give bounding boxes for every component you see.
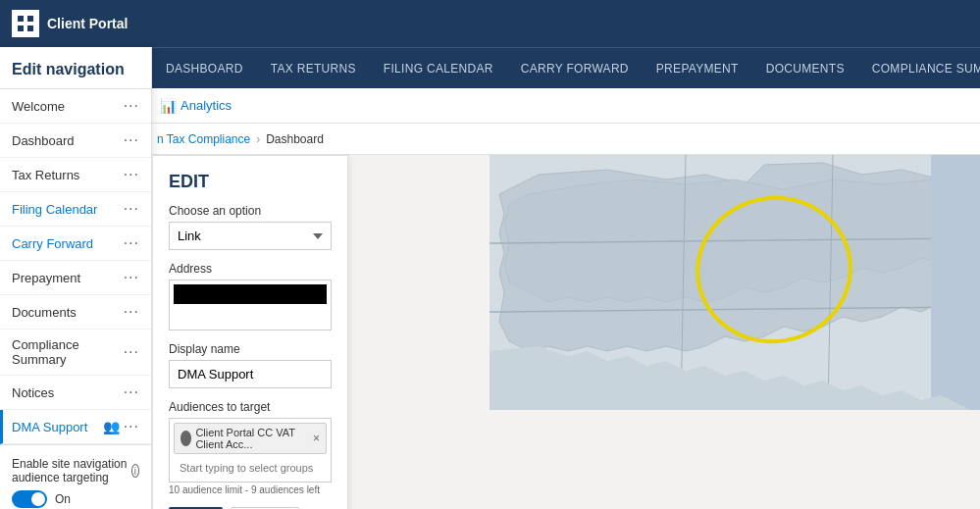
nav-edit-item-documents[interactable]: Documents ··· [0,295,151,330]
nav-edit-label-tax-returns: Tax Returns [12,168,79,182]
svg-rect-3 [27,25,33,31]
nav-edit-dots-dma-support[interactable]: ··· [124,418,139,435]
nav-edit-label-welcome: Welcome [12,99,65,114]
nav-edit-item-filing-calendar[interactable]: Filing Calendar ··· [0,192,151,227]
nav-edit-dots-dashboard[interactable]: ··· [124,131,139,149]
nav-edit-item-carry-forward[interactable]: Carry Forward ··· [0,227,151,261]
nav-dashboard[interactable]: DASHBOARD [152,48,257,89]
analytics-icon: 📊 [160,98,177,114]
nav-prepayment[interactable]: PREPAYMENT [643,48,752,89]
nav-edit-item-notices[interactable]: Notices ··· [0,376,151,410]
nav-edit-item-tax-returns[interactable]: Tax Returns ··· [0,158,151,192]
nav-edit-label-prepayment: Prepayment [12,271,80,285]
top-bar: Client Portal [0,0,980,47]
svg-rect-2 [18,25,24,31]
nav-carry-forward[interactable]: CARRY FORWARD [507,48,643,89]
address-label: Address [169,262,332,276]
svg-rect-9 [931,155,980,410]
edit-navigation-panel: Edit navigation Welcome ··· Dashboard ··… [0,47,152,509]
audience-targeting-label: Enable site navigation audience targetin… [12,457,139,484]
nav-tax-returns[interactable]: TAX RETURNS [257,48,370,89]
edit-dialog: EDIT Choose an option Link Address Displ… [152,155,348,509]
tag-avatar [181,431,191,446]
audience-section: Enable site navigation audience targetin… [0,444,151,509]
choose-option-group: Choose an option Link [169,204,332,250]
nav-edit-label-carry-forward: Carry Forward [12,236,93,251]
logo-area: Client Portal [12,10,128,37]
option-select[interactable]: Link [169,222,332,250]
nav-edit-item-prepayment[interactable]: Prepayment ··· [0,261,151,295]
display-name-group: Display name [169,342,332,388]
app-icon [12,10,39,37]
nav-documents[interactable]: DOCUMENTS [752,48,858,89]
nav-edit-dots-welcome[interactable]: ··· [124,97,139,115]
toggle-on-label: On [55,492,71,506]
tag-close-icon[interactable]: × [313,432,320,445]
choose-option-label: Choose an option [169,204,332,218]
dialog-title: EDIT [169,172,332,192]
display-name-input[interactable] [169,360,332,388]
toggle-row: On [12,490,139,508]
nav-compliance-summary[interactable]: COMPLIANCE SUMMARY [858,48,980,89]
audiences-group: Audiences to target Client Portal CC VAT… [169,400,332,495]
nav-edit-dots-tax-returns[interactable]: ··· [124,166,139,183]
svg-rect-1 [27,16,33,22]
map-svg [490,155,980,410]
main-content: EDIT Choose an option Link Address Displ… [152,155,980,509]
nav-edit-dots-prepayment[interactable]: ··· [124,269,139,286]
map-area [490,155,980,410]
people-icon: 👥 [103,419,120,434]
info-icon[interactable]: i [131,464,139,478]
address-container [169,280,332,331]
nav-edit-label-notices: Notices [12,385,54,400]
nav-edit-item-dashboard[interactable]: Dashboard ··· [0,124,151,158]
breadcrumb-current: Dashboard [266,132,324,146]
nav-edit-dots-documents[interactable]: ··· [124,303,139,321]
audience-limit-text: 10 audience limit - 9 audiences left [169,484,332,495]
audience-box: Client Portal CC VAT Client Acc... × [169,418,332,483]
main-layout: Edit navigation Welcome ··· Dashboard ··… [0,155,980,509]
nav-filing-calendar[interactable]: FILING CALENDAR [370,48,507,89]
nav-edit-label-documents: Documents [12,305,77,320]
display-name-label: Display name [169,342,332,356]
nav-edit-label-filing-calendar: Filing Calendar [12,202,97,217]
analytics-nav-item[interactable]: 📊 Analytics [152,98,239,114]
nav-edit-item-compliance-summary[interactable]: Compliance Summary ··· [0,330,151,376]
nav-edit-item-dma-support[interactable]: DMA Support 👥 ··· [0,410,151,444]
audiences-label: Audiences to target [169,400,332,414]
address-group: Address [169,262,332,331]
analytics-label: Analytics [181,98,232,113]
nav-edit-label-dashboard: Dashboard [12,133,75,148]
nav-edit-item-welcome[interactable]: Welcome ··· [0,89,151,124]
nav-edit-dots-compliance-summary[interactable]: ··· [124,343,139,361]
nav-edit-label-dma-support: DMA Support [12,420,87,434]
audience-toggle[interactable] [12,490,47,508]
audience-input[interactable] [174,458,327,478]
dma-support-extra: 👥 ··· [103,418,139,435]
breadcrumb-parent[interactable]: n Tax Compliance [157,132,250,146]
address-redacted [174,284,327,304]
svg-rect-0 [18,16,24,22]
portal-title: Client Portal [47,16,128,31]
nav-edit-dots-filing-calendar[interactable]: ··· [124,200,139,218]
breadcrumb-separator: › [256,132,260,146]
nav-edit-label-compliance-summary: Compliance Summary [12,337,124,367]
nav-edit-dots-notices[interactable]: ··· [124,383,139,401]
nav-edit-dots-carry-forward[interactable]: ··· [124,234,139,252]
audience-tag: Client Portal CC VAT Client Acc... × [174,423,327,454]
audience-tag-label: Client Portal CC VAT Client Acc... [195,427,309,450]
panel-title: Edit navigation [0,47,151,89]
